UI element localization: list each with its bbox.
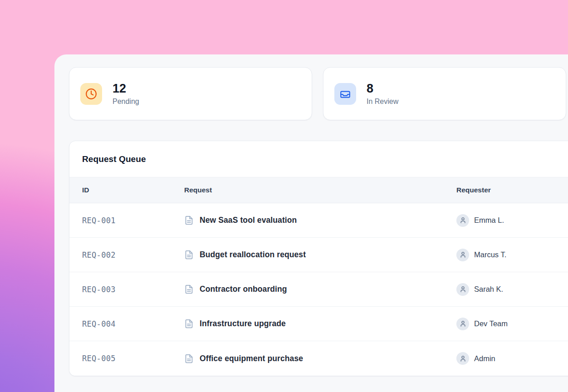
queue-title-bar: Request Queue	[69, 141, 568, 177]
table-header-row: ID Request Requester	[69, 177, 568, 203]
table-row[interactable]: REQ-002 Budget reallocation request Marc…	[69, 238, 568, 272]
main-panel: 12 Pending 8 In Review Request Queue ID …	[54, 54, 568, 392]
avatar	[456, 352, 469, 365]
stat-card-pending: 12 Pending	[69, 67, 312, 120]
in-review-count: 8	[367, 82, 398, 96]
file-text-icon	[184, 284, 194, 294]
requester-cell: Sarah K.	[456, 283, 561, 296]
table-row[interactable]: REQ-004 Infrastructure upgrade Dev Team	[69, 307, 568, 341]
pending-icon-tile	[80, 83, 102, 105]
request-cell: Budget reallocation request	[184, 250, 456, 260]
pending-label: Pending	[113, 98, 139, 106]
pending-count: 12	[113, 82, 139, 96]
avatar	[456, 283, 469, 296]
review-icon-tile	[334, 83, 356, 105]
requester-name: Dev Team	[474, 319, 508, 328]
request-title: Budget reallocation request	[200, 250, 306, 260]
inbox-icon	[339, 88, 351, 100]
request-id: REQ-005	[82, 354, 184, 363]
table-row[interactable]: REQ-001 New SaaS tool evaluation Emma L.	[69, 203, 568, 238]
request-id: REQ-002	[82, 250, 184, 260]
user-icon	[460, 286, 466, 293]
user-icon	[460, 217, 466, 224]
request-title: Office equipment purchase	[200, 354, 303, 363]
in-review-label: In Review	[367, 98, 398, 106]
request-title: Contractor onboarding	[200, 284, 287, 294]
request-title: Infrastructure upgrade	[200, 319, 286, 328]
stat-text: 8 In Review	[367, 82, 398, 105]
stat-text: 12 Pending	[113, 82, 139, 105]
user-icon	[460, 355, 466, 362]
user-icon	[460, 251, 466, 258]
queue-title: Request Queue	[82, 154, 146, 164]
table-body: REQ-001 New SaaS tool evaluation Emma L.…	[69, 203, 568, 376]
request-queue-card: Request Queue ID Request Requester REQ-0…	[69, 141, 568, 376]
file-text-icon	[184, 354, 194, 363]
avatar	[456, 318, 469, 330]
requester-name: Marcus T.	[474, 250, 506, 259]
requester-cell: Emma L.	[456, 214, 561, 227]
file-text-icon	[184, 216, 194, 225]
column-header-id: ID	[82, 186, 184, 194]
request-cell: Office equipment purchase	[184, 354, 456, 363]
request-cell: New SaaS tool evaluation	[184, 216, 456, 225]
avatar	[456, 249, 469, 261]
request-cell: Contractor onboarding	[184, 284, 456, 294]
request-title: New SaaS tool evaluation	[200, 216, 297, 225]
requester-cell: Dev Team	[456, 318, 561, 330]
requester-cell: Marcus T.	[456, 249, 561, 261]
stats-row: 12 Pending 8 In Review	[54, 54, 568, 120]
request-cell: Infrastructure upgrade	[184, 319, 456, 328]
column-header-request: Request	[184, 186, 456, 194]
table-row[interactable]: REQ-003 Contractor onboarding Sarah K.	[69, 272, 568, 307]
avatar	[456, 214, 469, 227]
request-id: REQ-003	[82, 285, 184, 294]
request-id: REQ-001	[82, 216, 184, 225]
request-id: REQ-004	[82, 319, 184, 328]
requester-cell: Admin	[456, 352, 561, 365]
user-icon	[460, 320, 466, 327]
requester-name: Admin	[474, 354, 495, 363]
column-header-requester: Requester	[456, 186, 561, 194]
file-text-icon	[184, 319, 194, 328]
requester-name: Emma L.	[474, 216, 504, 225]
stat-card-in-review: 8 In Review	[323, 67, 566, 120]
table-row[interactable]: REQ-005 Office equipment purchase Admin	[69, 341, 568, 376]
file-text-icon	[184, 250, 194, 260]
clock-icon	[85, 88, 97, 100]
requester-name: Sarah K.	[474, 285, 503, 294]
